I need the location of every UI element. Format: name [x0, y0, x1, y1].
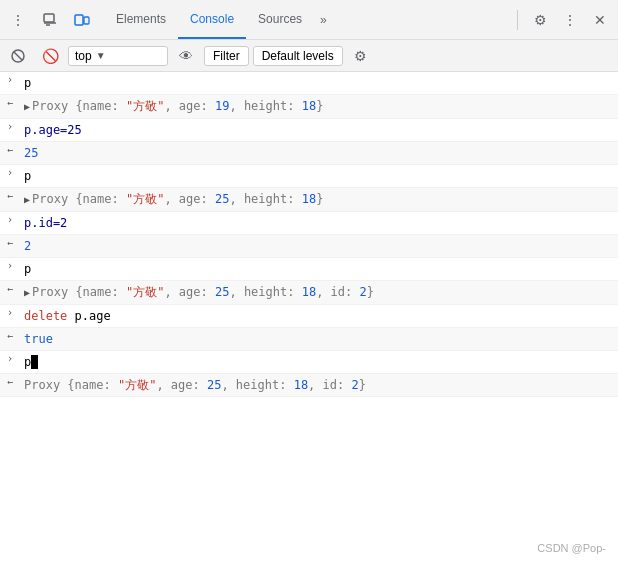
console-token: p	[24, 262, 31, 276]
console-token: true	[24, 332, 53, 346]
svg-rect-2	[84, 17, 89, 24]
watermark: CSDN @Pop-	[537, 542, 606, 554]
console-token: 25	[215, 285, 229, 299]
output-arrow-icon: ←	[7, 283, 13, 294]
settings-console-icon[interactable]: ⚙	[347, 42, 375, 70]
input-arrow-icon: ›	[7, 353, 13, 364]
device-button[interactable]	[68, 6, 96, 34]
console-token: p	[24, 76, 31, 90]
line-content: p	[20, 259, 618, 279]
console-line[interactable]: ›p	[0, 258, 618, 281]
console-toolbar-left: 🚫	[4, 42, 64, 70]
line-content: p.id=2	[20, 213, 618, 233]
console-line[interactable]: ›p	[0, 72, 618, 95]
line-content: 2	[20, 236, 618, 256]
console-token: 2	[24, 239, 31, 253]
line-content: Proxy {name: "方敬", age: 25, height: 18, …	[20, 375, 618, 395]
line-gutter: ←	[0, 189, 20, 201]
console-token: delete	[24, 309, 67, 323]
tabs-overflow[interactable]: »	[314, 13, 333, 27]
line-gutter: ←	[0, 282, 20, 294]
toolbar-right: ⚙ ⋮ ✕	[526, 6, 614, 34]
line-gutter: ›	[0, 306, 20, 318]
expand-icon[interactable]: ▶	[24, 101, 30, 112]
console-token: p	[24, 169, 31, 183]
console-line[interactable]: ›p.age=25	[0, 119, 618, 142]
line-gutter: ←	[0, 329, 20, 341]
clear-console-button[interactable]	[4, 42, 32, 70]
console-line[interactable]: ›p.id=2	[0, 212, 618, 235]
console-line: ←▶Proxy {name: "方敬", age: 25, height: 18…	[0, 281, 618, 305]
console-token: Proxy {name:	[24, 378, 118, 392]
line-content: true	[20, 329, 618, 349]
console-token: "方敬"	[118, 378, 156, 392]
line-content: p.age=25	[20, 120, 618, 140]
context-arrow-icon: ▼	[96, 50, 106, 61]
tab-sources[interactable]: Sources	[246, 0, 314, 39]
line-gutter: ←	[0, 96, 20, 108]
console-token: "方敬"	[126, 192, 164, 206]
console-token: "方敬"	[126, 99, 164, 113]
console-token: , age:	[164, 99, 215, 113]
svg-rect-0	[44, 14, 54, 22]
console-output: ›p←▶Proxy {name: "方敬", age: 19, height: …	[0, 72, 618, 566]
output-arrow-icon: ←	[7, 376, 13, 387]
toolbar-left: ⋮	[4, 6, 104, 34]
toolbar-separator	[517, 10, 518, 30]
settings-icon[interactable]: ⚙	[526, 6, 554, 34]
output-arrow-icon: ←	[7, 144, 13, 155]
svg-line-4	[14, 52, 22, 60]
line-content: p	[20, 166, 618, 186]
console-line[interactable]: ›p	[0, 351, 618, 374]
eye-icon[interactable]: 👁	[172, 42, 200, 70]
input-arrow-icon: ›	[7, 260, 13, 271]
console-line: ←2	[0, 235, 618, 258]
console-line[interactable]: ›p	[0, 165, 618, 188]
filter-icon[interactable]: 🚫	[36, 42, 64, 70]
context-selector[interactable]: top ▼	[68, 46, 168, 66]
menu-button[interactable]: ⋮	[4, 6, 32, 34]
context-value: top	[75, 49, 92, 63]
console-token: , age:	[164, 192, 215, 206]
console-line: ←▶Proxy {name: "方敬", age: 19, height: 18…	[0, 95, 618, 119]
filter-button[interactable]: Filter	[204, 46, 249, 66]
console-token: "方敬"	[126, 285, 164, 299]
console-token: p	[24, 355, 31, 369]
default-levels-button[interactable]: Default levels	[253, 46, 343, 66]
console-token: , height:	[229, 99, 301, 113]
line-content: 25	[20, 143, 618, 163]
line-gutter: ›	[0, 352, 20, 364]
console-token: }	[359, 378, 366, 392]
output-arrow-icon: ←	[7, 190, 13, 201]
input-arrow-icon: ›	[7, 74, 13, 85]
console-token: 25	[215, 192, 229, 206]
console-line[interactable]: ›delete p.age	[0, 305, 618, 328]
line-gutter: ←	[0, 236, 20, 248]
console-line: ←Proxy {name: "方敬", age: 25, height: 18,…	[0, 374, 618, 397]
tab-console[interactable]: Console	[178, 0, 246, 39]
console-token: }	[367, 285, 374, 299]
console-token: 18	[302, 192, 316, 206]
console-line: ←true	[0, 328, 618, 351]
input-arrow-icon: ›	[7, 167, 13, 178]
console-line: ←25	[0, 142, 618, 165]
line-content: ▶Proxy {name: "方敬", age: 19, height: 18}	[20, 96, 618, 117]
line-gutter: ›	[0, 120, 20, 132]
line-gutter: ›	[0, 259, 20, 271]
console-token: 18	[294, 378, 308, 392]
tab-elements[interactable]: Elements	[104, 0, 178, 39]
devtools-toolbar: ⋮ Elements Console Sources » ⚙ ⋮ ✕	[0, 0, 618, 40]
line-gutter: ›	[0, 166, 20, 178]
input-arrow-icon: ›	[7, 214, 13, 225]
close-icon[interactable]: ✕	[586, 6, 614, 34]
console-token: 25	[24, 146, 38, 160]
output-arrow-icon: ←	[7, 97, 13, 108]
more-icon[interactable]: ⋮	[556, 6, 584, 34]
line-gutter: ›	[0, 213, 20, 225]
line-content: p	[20, 73, 618, 93]
console-token: , height:	[229, 285, 301, 299]
console-token: }	[316, 192, 323, 206]
expand-icon[interactable]: ▶	[24, 287, 30, 298]
inspect-button[interactable]	[36, 6, 64, 34]
expand-icon[interactable]: ▶	[24, 194, 30, 205]
